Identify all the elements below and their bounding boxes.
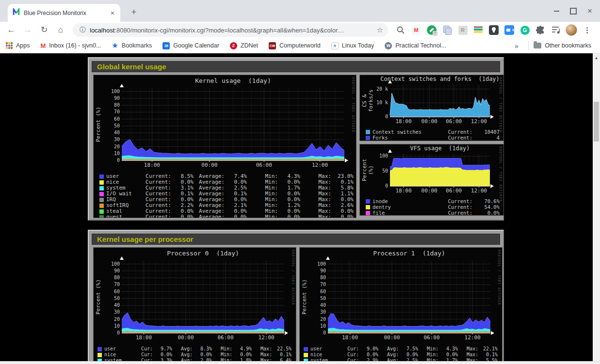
legend-row: userCur:9.7%Avg:8.3%Min:4.9%Max:22.5%: [97, 346, 296, 352]
apps-grid-icon: [6, 42, 13, 49]
svg-text:06:00: 06:00: [424, 334, 440, 341]
svg-text:30: 30: [114, 309, 120, 315]
bookmark-item-bookmarks[interactable]: ★Bookmarks: [112, 41, 152, 50]
browser-window: Blue Precision Monitorix × + × ← → ↻ ⌂ ⓘ…: [0, 0, 600, 364]
rrdtool-watermark: RRDTOOL / TOBI OETIKER: [499, 77, 503, 133]
bookmark-item-practical-technology[interactable]: WPractical Technol...: [385, 42, 446, 49]
bookmark-item-zdnet[interactable]: ZZDNet: [230, 42, 258, 49]
legend-row: niceCur:0.0%Avg:0.0%Min:0.0%Max:0.1%: [97, 352, 296, 358]
extensions-puzzle-icon[interactable]: [535, 24, 546, 36]
other-bookmarks[interactable]: Other bookmarks: [534, 42, 591, 49]
legend-series-name: user: [310, 346, 339, 352]
legend-stat-value: 8.3%: [193, 346, 212, 352]
rrdtool-watermark: RRDTOOL / TOBI OETIKER: [497, 250, 501, 305]
page-content: Global kernel usage Kernel usage (1day)0…: [0, 53, 600, 364]
horizontal-scrollbar[interactable]: [0, 361, 600, 364]
svg-text:0: 0: [117, 158, 120, 163]
bookmark-star-icon[interactable]: ☆: [377, 26, 383, 34]
vfs-usage-panel[interactable]: VFS usage (1day)05010018:0000:0006:0012:…: [359, 144, 504, 216]
svg-text:12:00: 12:00: [312, 162, 328, 168]
svg-text:Processor 1 (1day): Processor 1 (1day): [373, 250, 445, 257]
svg-text:Kernel usage (1day): Kernel usage (1day): [195, 77, 271, 84]
bookmark-item-google-calendar[interactable]: 28Google Calendar: [162, 42, 219, 49]
url-bar[interactable]: ⓘ localhost:8080/monitorix-cgi/monitorix…: [73, 23, 388, 37]
rrdtool-watermark: RRDTOOL / TOBI OETIKER: [351, 77, 355, 133]
browser-toolbar: ← → ↻ ⌂ ⓘ localhost:8080/monitorix-cgi/m…: [0, 22, 600, 38]
legend-row: niceCurrent:0.0%Average:0.0%Min:0.0%Max:…: [99, 179, 356, 185]
bookmark-item-inbox[interactable]: MInbox (16) - sjvn0...: [41, 42, 101, 49]
legend-stat-value: 0.0%: [472, 210, 503, 216]
legend-stat-label: Max:: [252, 352, 272, 358]
new-tab-button[interactable]: +: [127, 6, 141, 19]
legend-series-name: guest: [106, 214, 140, 218]
minimize-icon[interactable]: [554, 11, 559, 12]
site-info-icon[interactable]: ⓘ: [80, 26, 86, 34]
extension-icons: M?RG: [395, 23, 593, 37]
home-icon[interactable]: ⌂: [54, 24, 67, 36]
svg-text:20: 20: [114, 144, 120, 149]
kernel-usage-panel[interactable]: Kernel usage (1day)010203040506070809010…: [93, 75, 357, 218]
bookmarks-overflow-icon[interactable]: »: [510, 42, 523, 50]
call-helper-icon[interactable]: ?: [426, 24, 438, 36]
vertical-scrollbar[interactable]: ▲: [593, 53, 600, 364]
legend-stat-value: 22.5%: [272, 346, 292, 352]
legend-stat-label: Cur:: [132, 352, 153, 358]
bookmark-label: Google Calendar: [173, 42, 219, 49]
profile-avatar-icon[interactable]: [566, 24, 577, 36]
books-icon[interactable]: [472, 24, 484, 36]
browser-menu-icon[interactable]: [581, 24, 593, 36]
search-icon[interactable]: [395, 24, 406, 36]
gmail-icon[interactable]: M: [410, 24, 422, 36]
legend-stat-value: 0.0%: [359, 352, 378, 358]
svg-text:40: 40: [114, 302, 120, 308]
scroll-up-icon[interactable]: ▲: [593, 53, 600, 60]
svg-text:30: 30: [320, 309, 326, 315]
legend-row: userCurrent:8.5%Average:7.4%Min:4.3%Max:…: [99, 174, 356, 179]
legend-series-name: Context switches: [373, 129, 438, 135]
avatar-image: [566, 24, 577, 36]
legend-row: IRQCurrent:0.0%Average:0.0%Min:0.0%Max:0…: [99, 197, 356, 203]
processor-1-panel[interactable]: Processor 1 (1day)0102030405060708090100…: [299, 247, 503, 364]
processor-0-panel[interactable]: Processor 0 (1day)0102030405060708090100…: [93, 247, 296, 364]
legend-series-name: nice: [104, 352, 132, 358]
svg-text:VFS usage (1day): VFS usage (1day): [410, 145, 470, 152]
tab-playlist-icon[interactable]: [550, 24, 562, 36]
context-switches-panel[interactable]: Context switches and forks (1day)010 k20…: [359, 75, 504, 141]
forward-icon[interactable]: →: [21, 24, 34, 36]
linux-today-icon: /t: [331, 42, 339, 49]
back-icon[interactable]: ←: [5, 24, 17, 36]
svg-text:00:00: 00:00: [422, 188, 438, 194]
svg-text:12:00: 12:00: [471, 188, 487, 194]
bookmarks-divider: [528, 41, 529, 50]
svg-text:40: 40: [320, 302, 326, 308]
bookmark-item-linux-today[interactable]: /tLinux Today: [331, 42, 374, 49]
svg-text:90: 90: [320, 268, 326, 273]
svg-text:50: 50: [114, 123, 120, 128]
section-header: Global kernel usage: [92, 61, 500, 72]
legend-stat-label: Current:: [140, 214, 171, 218]
bookmarks-bar: AppsMInbox (16) - sjvn0...★Bookmarks28Go…: [0, 38, 600, 53]
legend-stat-value: 0.1%: [272, 352, 292, 358]
legend-stat-label: Max:: [458, 346, 478, 352]
kernel-usage-graph: Kernel usage (1day)010203040506070809010…: [94, 75, 356, 170]
browser-tab[interactable]: Blue Precision Monitorix ×: [8, 4, 120, 22]
bookmark-item-apps[interactable]: Apps: [6, 42, 30, 49]
reload-icon[interactable]: ↻: [38, 24, 50, 36]
svg-text:0: 0: [117, 330, 120, 335]
legend-stat-label: Cur:: [132, 346, 153, 352]
keep-notes-icon[interactable]: [488, 24, 500, 36]
svg-text:00:00: 00:00: [178, 334, 194, 341]
tab-close-icon[interactable]: ×: [110, 9, 115, 17]
svg-text:100: 100: [379, 153, 388, 158]
window-close-icon[interactable]: ×: [587, 9, 592, 14]
zoom-meeting-icon[interactable]: [503, 24, 515, 36]
svg-text:50: 50: [114, 296, 120, 301]
bookmark-item-computerworld[interactable]: CWComputerworld: [269, 42, 321, 49]
grammarly-icon[interactable]: G: [519, 24, 531, 36]
copy-pages-icon[interactable]: [441, 24, 453, 36]
legend-series-name: inode: [373, 198, 438, 204]
maximize-icon[interactable]: [570, 8, 577, 15]
tab-title: Blue Precision Monitorix: [24, 10, 110, 16]
r-extension-icon[interactable]: R: [457, 24, 469, 36]
scrollbar-thumb[interactable]: [594, 102, 599, 142]
